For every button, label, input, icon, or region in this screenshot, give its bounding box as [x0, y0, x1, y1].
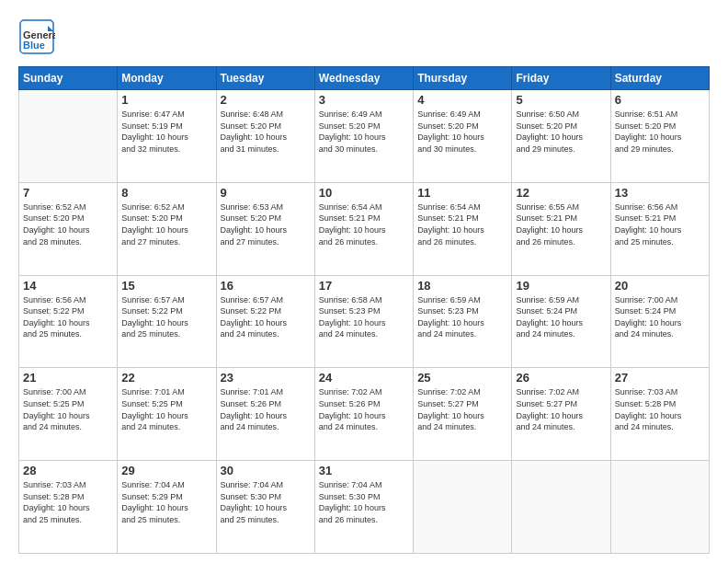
day-info: Sunrise: 7:03 AM Sunset: 5:28 PM Dayligh…: [23, 479, 113, 525]
day-info: Sunrise: 7:03 AM Sunset: 5:28 PM Dayligh…: [615, 386, 705, 432]
calendar-cell: 28Sunrise: 7:03 AM Sunset: 5:28 PM Dayli…: [19, 461, 118, 554]
calendar-cell: 18Sunrise: 6:59 AM Sunset: 5:23 PM Dayli…: [414, 275, 512, 368]
day-info: Sunrise: 7:02 AM Sunset: 5:27 PM Dayligh…: [417, 386, 507, 432]
calendar-cell: 4Sunrise: 6:49 AM Sunset: 5:20 PM Daylig…: [414, 90, 512, 183]
day-number: 14: [23, 279, 113, 293]
day-number: 31: [319, 464, 409, 477]
calendar-cell: 15Sunrise: 6:57 AM Sunset: 5:22 PM Dayli…: [118, 275, 216, 368]
calendar-cell: 19Sunrise: 6:59 AM Sunset: 5:24 PM Dayli…: [512, 275, 610, 368]
calendar-cell: 1Sunrise: 6:47 AM Sunset: 5:19 PM Daylig…: [118, 90, 216, 183]
logo: General Blue: [18, 18, 55, 55]
day-number: 10: [319, 186, 409, 200]
day-info: Sunrise: 7:04 AM Sunset: 5:30 PM Dayligh…: [319, 479, 409, 525]
day-info: Sunrise: 6:59 AM Sunset: 5:23 PM Dayligh…: [417, 294, 507, 340]
calendar-header-wednesday: Wednesday: [314, 67, 413, 90]
calendar-header-row: SundayMondayTuesdayWednesdayThursdayFrid…: [19, 67, 710, 90]
calendar-cell: 6Sunrise: 6:51 AM Sunset: 5:20 PM Daylig…: [610, 90, 709, 183]
calendar-header-thursday: Thursday: [414, 67, 512, 90]
calendar-cell: 13Sunrise: 6:56 AM Sunset: 5:21 PM Dayli…: [610, 182, 709, 275]
day-info: Sunrise: 7:02 AM Sunset: 5:26 PM Dayligh…: [319, 386, 409, 432]
day-number: 3: [319, 93, 409, 107]
calendar-cell: 14Sunrise: 6:56 AM Sunset: 5:22 PM Dayli…: [19, 275, 118, 368]
calendar-cell: 25Sunrise: 7:02 AM Sunset: 5:27 PM Dayli…: [414, 368, 512, 461]
day-info: Sunrise: 6:54 AM Sunset: 5:21 PM Dayligh…: [417, 201, 507, 247]
day-number: 28: [23, 464, 113, 477]
svg-text:Blue: Blue: [23, 40, 45, 51]
day-number: 15: [121, 279, 211, 293]
day-info: Sunrise: 7:00 AM Sunset: 5:24 PM Dayligh…: [615, 294, 705, 340]
calendar-cell: [414, 461, 512, 554]
day-number: 30: [221, 464, 311, 477]
day-number: 16: [221, 279, 311, 293]
calendar-cell: 10Sunrise: 6:54 AM Sunset: 5:21 PM Dayli…: [314, 182, 413, 275]
calendar-header-sunday: Sunday: [19, 67, 118, 90]
calendar-cell: 23Sunrise: 7:01 AM Sunset: 5:26 PM Dayli…: [216, 368, 314, 461]
day-number: 12: [516, 186, 606, 200]
calendar-week-row: 7Sunrise: 6:52 AM Sunset: 5:20 PM Daylig…: [19, 182, 710, 275]
day-number: 22: [121, 371, 211, 385]
calendar-header-tuesday: Tuesday: [216, 67, 314, 90]
calendar-cell: 11Sunrise: 6:54 AM Sunset: 5:21 PM Dayli…: [414, 182, 512, 275]
day-number: 2: [221, 93, 311, 107]
calendar-cell: 29Sunrise: 7:04 AM Sunset: 5:29 PM Dayli…: [118, 461, 216, 554]
day-number: 11: [417, 186, 507, 200]
day-info: Sunrise: 6:56 AM Sunset: 5:22 PM Dayligh…: [23, 294, 113, 340]
calendar-week-row: 28Sunrise: 7:03 AM Sunset: 5:28 PM Dayli…: [19, 461, 710, 554]
day-info: Sunrise: 7:01 AM Sunset: 5:26 PM Dayligh…: [221, 386, 311, 432]
calendar-cell: 17Sunrise: 6:58 AM Sunset: 5:23 PM Dayli…: [314, 275, 413, 368]
day-info: Sunrise: 6:52 AM Sunset: 5:20 PM Dayligh…: [121, 201, 211, 247]
day-info: Sunrise: 6:49 AM Sunset: 5:20 PM Dayligh…: [319, 109, 409, 155]
calendar-cell: 27Sunrise: 7:03 AM Sunset: 5:28 PM Dayli…: [610, 368, 709, 461]
calendar-cell: [512, 461, 610, 554]
day-number: 27: [615, 371, 705, 385]
day-info: Sunrise: 6:53 AM Sunset: 5:20 PM Dayligh…: [221, 201, 311, 247]
calendar-header-saturday: Saturday: [610, 67, 709, 90]
calendar-week-row: 14Sunrise: 6:56 AM Sunset: 5:22 PM Dayli…: [19, 275, 710, 368]
calendar-table: SundayMondayTuesdayWednesdayThursdayFrid…: [18, 66, 710, 554]
day-info: Sunrise: 6:52 AM Sunset: 5:20 PM Dayligh…: [23, 201, 113, 247]
day-number: 23: [221, 371, 311, 385]
day-number: 29: [121, 464, 211, 477]
day-number: 6: [615, 93, 705, 107]
day-info: Sunrise: 6:51 AM Sunset: 5:20 PM Dayligh…: [615, 109, 705, 155]
day-number: 24: [319, 371, 409, 385]
calendar-header-monday: Monday: [118, 67, 216, 90]
day-number: 1: [121, 93, 211, 107]
day-number: 8: [121, 186, 211, 200]
day-number: 26: [516, 371, 606, 385]
calendar-cell: 22Sunrise: 7:01 AM Sunset: 5:25 PM Dayli…: [118, 368, 216, 461]
calendar-cell: [610, 461, 709, 554]
calendar-cell: 3Sunrise: 6:49 AM Sunset: 5:20 PM Daylig…: [314, 90, 413, 183]
day-info: Sunrise: 6:49 AM Sunset: 5:20 PM Dayligh…: [417, 109, 507, 155]
calendar-week-row: 21Sunrise: 7:00 AM Sunset: 5:25 PM Dayli…: [19, 368, 710, 461]
page: General Blue SundayMondayTuesdayWednesda…: [0, 0, 728, 563]
calendar-cell: 31Sunrise: 7:04 AM Sunset: 5:30 PM Dayli…: [314, 461, 413, 554]
day-number: 9: [221, 186, 311, 200]
calendar-cell: 7Sunrise: 6:52 AM Sunset: 5:20 PM Daylig…: [19, 182, 118, 275]
day-info: Sunrise: 6:59 AM Sunset: 5:24 PM Dayligh…: [516, 294, 606, 340]
day-info: Sunrise: 6:48 AM Sunset: 5:20 PM Dayligh…: [221, 109, 311, 155]
day-number: 13: [615, 186, 705, 200]
day-info: Sunrise: 6:54 AM Sunset: 5:21 PM Dayligh…: [319, 201, 409, 247]
calendar-cell: 21Sunrise: 7:00 AM Sunset: 5:25 PM Dayli…: [19, 368, 118, 461]
day-info: Sunrise: 7:04 AM Sunset: 5:29 PM Dayligh…: [121, 479, 211, 525]
day-info: Sunrise: 6:55 AM Sunset: 5:21 PM Dayligh…: [516, 201, 606, 247]
calendar-header-friday: Friday: [512, 67, 610, 90]
day-info: Sunrise: 6:56 AM Sunset: 5:21 PM Dayligh…: [615, 201, 705, 247]
header: General Blue: [18, 18, 710, 55]
day-number: 4: [417, 93, 507, 107]
calendar-cell: 9Sunrise: 6:53 AM Sunset: 5:20 PM Daylig…: [216, 182, 314, 275]
day-info: Sunrise: 6:58 AM Sunset: 5:23 PM Dayligh…: [319, 294, 409, 340]
calendar-cell: 16Sunrise: 6:57 AM Sunset: 5:22 PM Dayli…: [216, 275, 314, 368]
day-info: Sunrise: 7:02 AM Sunset: 5:27 PM Dayligh…: [516, 386, 606, 432]
day-number: 18: [417, 279, 507, 293]
calendar-cell: [19, 90, 118, 183]
calendar-cell: 20Sunrise: 7:00 AM Sunset: 5:24 PM Dayli…: [610, 275, 709, 368]
calendar-cell: 2Sunrise: 6:48 AM Sunset: 5:20 PM Daylig…: [216, 90, 314, 183]
day-info: Sunrise: 6:50 AM Sunset: 5:20 PM Dayligh…: [516, 109, 606, 155]
day-number: 19: [516, 279, 606, 293]
day-number: 7: [23, 186, 113, 200]
day-info: Sunrise: 6:47 AM Sunset: 5:19 PM Dayligh…: [121, 109, 211, 155]
calendar-cell: 8Sunrise: 6:52 AM Sunset: 5:20 PM Daylig…: [118, 182, 216, 275]
calendar-cell: 26Sunrise: 7:02 AM Sunset: 5:27 PM Dayli…: [512, 368, 610, 461]
